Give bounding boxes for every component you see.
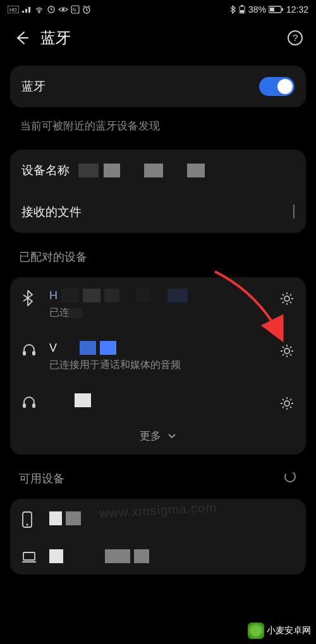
page-title: 蓝牙 — [40, 28, 71, 48]
device-name-prefix: V — [49, 342, 57, 355]
svg-rect-25 — [23, 552, 35, 560]
paired-device-row-3[interactable] — [10, 382, 306, 421]
device-name-label: 设备名称 — [21, 162, 70, 179]
svg-rect-17 — [32, 351, 35, 355]
received-files-label: 接收的文件 — [21, 204, 82, 220]
back-arrow-icon[interactable] — [13, 30, 29, 46]
bluetooth-status-icon — [229, 5, 236, 14]
device-name-row[interactable]: 设备名称 — [10, 150, 306, 191]
available-section-head: 可用设备 — [0, 463, 316, 490]
battery-icon — [238, 5, 246, 14]
bluetooth-toggle-row[interactable]: 蓝牙 — [10, 66, 306, 107]
gear-icon[interactable] — [279, 392, 295, 411]
eye-icon — [58, 6, 68, 13]
sync-icon — [47, 5, 56, 14]
svg-text:?: ? — [293, 32, 298, 43]
svg-rect-9 — [240, 10, 244, 13]
gear-icon[interactable] — [279, 340, 295, 359]
help-icon[interactable]: ? — [287, 30, 303, 46]
svg-rect-19 — [23, 403, 26, 408]
svg-rect-16 — [23, 351, 26, 355]
chevron-down-icon — [167, 433, 176, 439]
watermark-brand: 小麦安卓网 — [248, 623, 311, 639]
svg-point-24 — [27, 524, 28, 526]
svg-point-3 — [62, 8, 64, 11]
svg-rect-20 — [32, 403, 35, 408]
svg-point-15 — [284, 296, 289, 301]
svg-point-18 — [284, 349, 289, 354]
battery-percent: 38% — [248, 4, 266, 15]
available-section-title: 可用设备 — [0, 463, 83, 490]
bluetooth-toggle[interactable] — [259, 77, 295, 96]
available-device-row-2[interactable] — [10, 538, 306, 575]
svg-text:N: N — [73, 8, 76, 12]
paired-device-row-2[interactable]: V 已连接用于通话和媒体的音频 — [10, 330, 306, 382]
discoverable-status: 当前可被附近的蓝牙设备发现 — [0, 116, 316, 141]
clock-time: 12:32 — [286, 4, 308, 15]
more-devices-button[interactable]: 更多 — [10, 421, 306, 455]
headphones-icon — [21, 392, 38, 408]
device-status: 已连接用于通话和媒体的音频 — [49, 359, 268, 372]
headphones-icon — [21, 340, 38, 356]
laptop-icon — [21, 549, 38, 564]
paired-devices-card: H 已连 V 已连接用于通话和媒体的音频 — [10, 277, 306, 455]
phone-icon — [21, 509, 38, 528]
chevron-right-icon — [293, 206, 295, 219]
svg-rect-11 — [282, 8, 283, 11]
svg-point-21 — [284, 401, 289, 406]
battery-horizontal-icon — [269, 6, 284, 13]
bluetooth-icon — [21, 287, 38, 306]
paired-section-title: 已配对的设备 — [0, 242, 316, 268]
bluetooth-toggle-card: 蓝牙 — [10, 66, 306, 107]
gear-icon[interactable] — [279, 287, 295, 306]
svg-rect-12 — [270, 8, 274, 11]
svg-rect-8 — [241, 5, 243, 6]
device-info-card: 设备名称 接收的文件 — [10, 150, 306, 233]
device-name-value — [78, 164, 295, 177]
svg-point-22 — [285, 472, 295, 482]
device-name-prefix: H — [49, 289, 58, 302]
paired-device-row-1[interactable]: H 已连 — [10, 277, 306, 330]
scan-spinner-icon[interactable] — [283, 470, 316, 484]
alarm-icon — [82, 5, 91, 14]
svg-text:HD: HD — [9, 7, 17, 13]
signal-5g-icon — [21, 6, 32, 13]
bluetooth-label: 蓝牙 — [21, 78, 46, 95]
received-files-row[interactable]: 接收的文件 — [10, 191, 306, 233]
statusbar: HD N 38% 12:32 — [0, 0, 316, 19]
watermark-logo-icon — [248, 623, 264, 639]
header: 蓝牙 ? — [0, 19, 316, 57]
hd-indicator-icon: HD — [8, 6, 19, 13]
wifi-icon — [34, 6, 44, 13]
nfc-icon: N — [71, 5, 80, 14]
